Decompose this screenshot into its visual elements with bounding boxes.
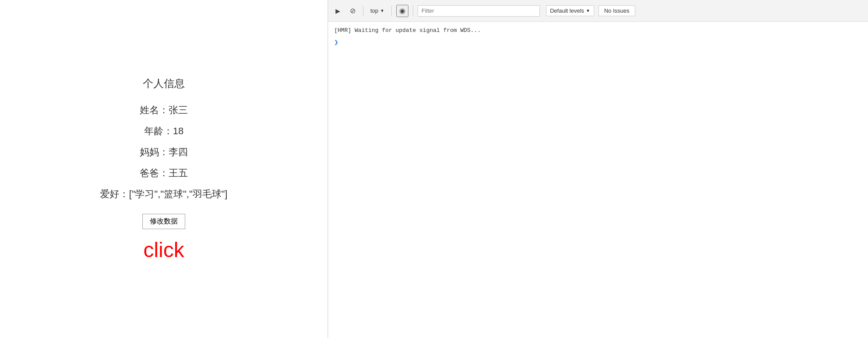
no-issues-label: No Issues: [604, 7, 629, 14]
chevron-down-icon: ▼: [380, 8, 384, 13]
separator-1: [363, 6, 363, 16]
console-prompt-icon[interactable]: ❯: [334, 38, 339, 48]
modify-button[interactable]: 修改数据: [142, 214, 185, 229]
age-row: 年龄：18: [144, 125, 183, 138]
eye-icon-button[interactable]: ◉: [396, 5, 408, 17]
separator-3: [413, 6, 413, 16]
devtools-toolbar: ▶ ⊘ top ▼ ◉ Default levels ▼ No Issues: [328, 0, 868, 22]
page-title: 个人信息: [143, 77, 185, 91]
filter-input[interactable]: [418, 5, 540, 17]
default-levels-button[interactable]: Default levels ▼: [546, 5, 594, 16]
no-issues-button[interactable]: No Issues: [598, 5, 635, 16]
console-output: [HMR] Waiting for update signal from WDS…: [328, 22, 868, 338]
hobbies-row: 爱好：["学习","篮球","羽毛球"]: [100, 188, 227, 201]
play-icon: ▶: [335, 7, 340, 14]
separator-2: [391, 6, 392, 16]
block-icon: ⊘: [350, 7, 356, 15]
dad-row: 爸爸：王五: [140, 167, 188, 180]
block-icon-button[interactable]: ⊘: [346, 5, 359, 17]
click-label: click: [143, 238, 184, 262]
context-selector[interactable]: top ▼: [368, 6, 387, 16]
context-label: top: [370, 7, 378, 14]
console-hmr-text: [HMR] Waiting for update signal from WDS…: [334, 26, 481, 35]
app-panel: 个人信息 姓名：张三 年龄：18 妈妈：李四 爸爸：王五 爱好：["学习","篮…: [0, 0, 328, 338]
name-row: 姓名：张三: [140, 104, 188, 117]
console-prompt-line[interactable]: ❯: [334, 38, 862, 48]
devtools-panel: ▶ ⊘ top ▼ ◉ Default levels ▼ No Issues: [328, 0, 868, 338]
console-hmr-line: [HMR] Waiting for update signal from WDS…: [334, 26, 862, 35]
mom-row: 妈妈：李四: [140, 146, 188, 159]
levels-chevron-icon: ▼: [586, 8, 590, 13]
eye-icon: ◉: [399, 7, 405, 15]
play-icon-button[interactable]: ▶: [332, 5, 344, 17]
levels-label: Default levels: [550, 7, 584, 14]
